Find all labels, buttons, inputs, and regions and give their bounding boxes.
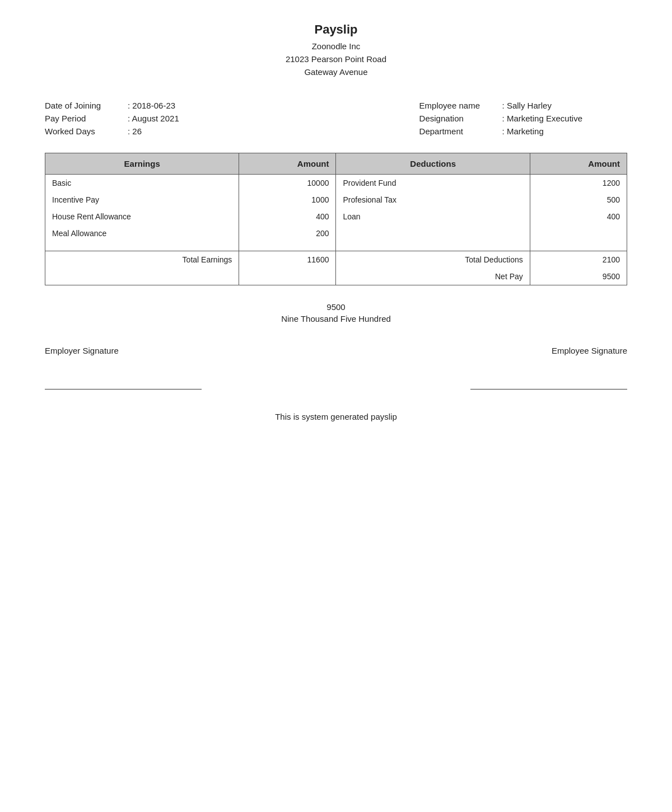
employee-signature-block: Employee Signature xyxy=(470,346,627,389)
employee-signature-label: Employee Signature xyxy=(552,346,627,355)
employer-signature-block: Employer Signature xyxy=(45,346,202,389)
net-pay-empty1 xyxy=(45,268,239,285)
net-pay-value: 9500 xyxy=(530,268,627,285)
payslip-table-section: Earnings Amount Deductions Amount Basic1… xyxy=(45,153,627,285)
earnings-label-cell: Basic xyxy=(45,175,239,192)
address-line1: 21023 Pearson Point Road xyxy=(286,54,386,64)
deductions-label-cell: Provident Fund xyxy=(336,175,530,192)
deductions-amount-cell: 500 xyxy=(530,191,627,208)
date-of-joining-label: Date of Joining xyxy=(45,101,123,110)
worked-days-value: : 26 xyxy=(128,126,142,136)
employee-info-section: Date of Joining : 2018-06-23 Pay Period … xyxy=(45,101,627,136)
payslip-title: Payslip xyxy=(45,22,627,37)
deductions-amount-cell: 1200 xyxy=(530,175,627,192)
earnings-header: Earnings xyxy=(45,153,239,175)
employer-signature-label: Employer Signature xyxy=(45,346,202,355)
employee-name-value: : Sally Harley xyxy=(502,101,552,110)
earnings-label-cell: House Rent Allowance xyxy=(45,208,239,225)
net-amount-words: Nine Thousand Five Hundred xyxy=(45,314,627,323)
date-of-joining-row: Date of Joining : 2018-06-23 xyxy=(45,101,179,110)
info-left: Date of Joining : 2018-06-23 Pay Period … xyxy=(45,101,179,136)
employee-name-label: Employee name xyxy=(419,101,498,110)
designation-row: Designation : Marketing Executive xyxy=(419,114,582,123)
department-row: Department : Marketing xyxy=(419,126,582,136)
company-address: 21023 Pearson Point Road Gateway Avenue xyxy=(45,53,627,78)
worked-days-row: Worked Days : 26 xyxy=(45,126,179,136)
deductions-label-cell: Profesional Tax xyxy=(336,191,530,208)
earnings-amount-cell: 400 xyxy=(239,208,336,225)
table-row: Incentive Pay1000Profesional Tax500 xyxy=(45,191,627,208)
earnings-amount-cell: 10000 xyxy=(239,175,336,192)
table-header-row: Earnings Amount Deductions Amount xyxy=(45,153,627,175)
net-amount-number: 9500 xyxy=(45,302,627,312)
payslip-header: Payslip Zoonodle Inc 21023 Pearson Point… xyxy=(45,22,627,78)
designation-value: : Marketing Executive xyxy=(502,114,582,123)
table-row: House Rent Allowance400Loan400 xyxy=(45,208,627,225)
department-value: : Marketing xyxy=(502,126,544,136)
info-right: Employee name : Sally Harley Designation… xyxy=(419,101,582,136)
earnings-label-cell: Meal Allowance xyxy=(45,225,239,242)
deductions-amount-cell xyxy=(530,225,627,242)
pay-period-label: Pay Period xyxy=(45,114,123,123)
net-pay-row: Net Pay9500 xyxy=(45,268,627,285)
deductions-label-cell xyxy=(336,225,530,242)
company-name: Zoonodle Inc xyxy=(45,41,627,51)
table-row: Meal Allowance200 xyxy=(45,225,627,242)
designation-label: Designation xyxy=(419,114,498,123)
total-earnings-value: 11600 xyxy=(239,251,336,268)
spacer-row xyxy=(45,242,627,251)
deductions-label-cell: Loan xyxy=(336,208,530,225)
pay-period-value: : August 2021 xyxy=(128,114,179,123)
earnings-amount-cell: 200 xyxy=(239,225,336,242)
employer-signature-line xyxy=(45,389,202,389)
payslip-footer: This is system generated payslip xyxy=(45,412,627,421)
department-label: Department xyxy=(419,126,498,136)
address-line2: Gateway Avenue xyxy=(304,67,367,77)
employee-signature-line xyxy=(470,389,627,389)
total-deductions-label: Total Deductions xyxy=(336,251,530,268)
earnings-amount-cell: 1000 xyxy=(239,191,336,208)
earnings-amount-header: Amount xyxy=(239,153,336,175)
worked-days-label: Worked Days xyxy=(45,126,123,136)
deductions-amount-cell: 400 xyxy=(530,208,627,225)
net-pay-label: Net Pay xyxy=(336,268,530,285)
signature-section: Employer Signature Employee Signature xyxy=(45,346,627,389)
deductions-amount-header: Amount xyxy=(530,153,627,175)
net-amount-section: 9500 Nine Thousand Five Hundred xyxy=(45,302,627,323)
pay-period-row: Pay Period : August 2021 xyxy=(45,114,179,123)
payslip-table: Earnings Amount Deductions Amount Basic1… xyxy=(45,153,627,285)
table-row: Basic10000Provident Fund1200 xyxy=(45,175,627,192)
total-earnings-label: Total Earnings xyxy=(45,251,239,268)
earnings-label-cell: Incentive Pay xyxy=(45,191,239,208)
employee-name-row: Employee name : Sally Harley xyxy=(419,101,582,110)
footer-text: This is system generated payslip xyxy=(275,412,397,421)
total-deductions-value: 2100 xyxy=(530,251,627,268)
date-of-joining-value: : 2018-06-23 xyxy=(128,101,175,110)
net-pay-empty2 xyxy=(239,268,336,285)
total-earnings-row: Total Earnings11600Total Deductions2100 xyxy=(45,251,627,268)
deductions-header: Deductions xyxy=(336,153,530,175)
